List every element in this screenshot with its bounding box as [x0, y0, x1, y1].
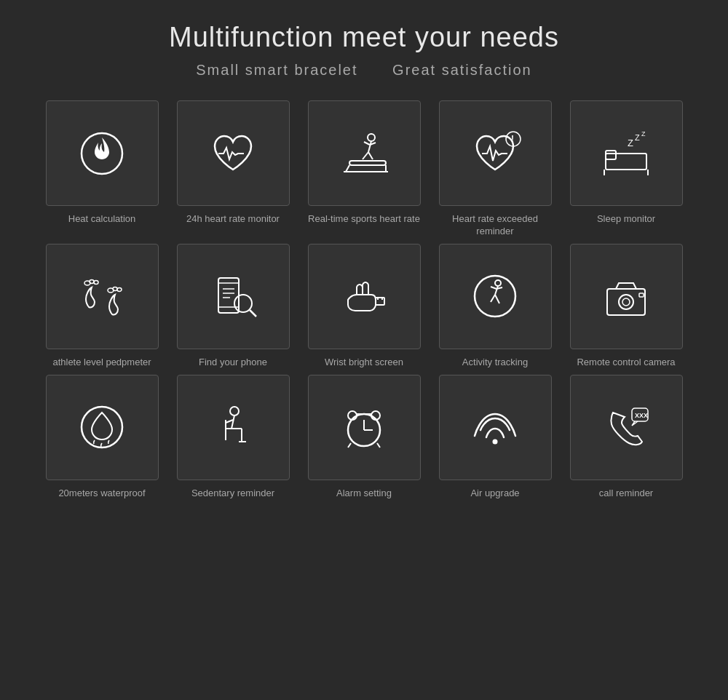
svg-point-1 — [368, 134, 375, 141]
svg-text:Z: Z — [641, 130, 646, 138]
wrist-screen-icon — [335, 267, 393, 325]
heart-rate-icon — [204, 124, 262, 183]
svg-rect-34 — [376, 298, 384, 305]
feature-label-alarm: Alarm setting — [336, 488, 392, 500]
heart-alert-icon: ! — [466, 124, 524, 183]
feature-heart-exceeded: ! Heart rate exceeded reminder — [433, 100, 557, 238]
feature-label-heart-rate: 24h heart rate monitor — [186, 213, 280, 226]
svg-point-49 — [230, 407, 239, 415]
header: Multifunction meet your needs Small smar… — [169, 22, 559, 79]
feature-wrist-screen: Wrist bright screen — [302, 244, 426, 369]
svg-line-3 — [364, 142, 370, 145]
feature-heart-rate-monitor: 24h heart rate monitor — [171, 100, 295, 238]
feature-label-heart-exceeded: Heart rate exceeded reminder — [433, 213, 557, 238]
feature-label-activity: Activity tracking — [462, 357, 528, 369]
feature-activity-tracking: Activity tracking — [433, 244, 557, 369]
feature-label-sedentary: Sedentary reminder — [191, 488, 274, 500]
sedentary-icon — [204, 398, 262, 456]
icon-box-flame — [46, 100, 159, 206]
icon-box-footprint — [46, 244, 159, 349]
svg-point-22 — [94, 281, 98, 285]
camera-icon — [597, 267, 655, 325]
svg-rect-13 — [606, 154, 646, 170]
svg-text:Z: Z — [635, 133, 640, 142]
feature-label-heat: Heat calculation — [68, 213, 136, 226]
feature-label-pedometer: athlete level pedpmeter — [52, 357, 151, 369]
feature-label-waterproof: 20meters waterproof — [58, 488, 145, 500]
svg-rect-14 — [606, 151, 616, 159]
icon-box-find-phone — [177, 244, 290, 349]
svg-point-45 — [619, 295, 633, 309]
alarm-icon — [335, 398, 393, 456]
subtitle: Small smart bracelet Great satisfaction — [169, 62, 559, 79]
svg-line-2 — [368, 141, 371, 152]
icon-box-treadmill — [308, 100, 421, 206]
sleep-icon: Z Z Z — [597, 124, 655, 183]
feature-pedometer: athlete level pedpmeter — [40, 244, 164, 369]
icon-box-heart-alert: ! — [439, 100, 552, 206]
main-title: Multifunction meet your needs — [169, 22, 559, 53]
treadmill-icon — [335, 124, 393, 183]
svg-rect-44 — [607, 289, 645, 315]
activity-icon — [466, 267, 524, 325]
subtitle-right: Great satisfaction — [392, 62, 532, 78]
svg-point-38 — [495, 280, 501, 286]
feature-waterproof: 20meters waterproof — [40, 375, 164, 500]
svg-line-30 — [250, 310, 256, 317]
svg-line-42 — [491, 295, 495, 302]
find-phone-icon — [204, 267, 262, 325]
feature-label-air-upgrade: Air upgrade — [470, 488, 519, 500]
feature-label-sleep: Sleep monitor — [597, 213, 655, 226]
icon-box-activity — [439, 244, 552, 349]
feature-air-upgrade: Air upgrade — [433, 375, 557, 500]
svg-rect-7 — [349, 161, 386, 165]
svg-point-25 — [117, 288, 122, 292]
icon-box-heart-rate — [177, 100, 290, 206]
icon-box-call: XXX — [570, 375, 683, 480]
feature-label-remote-camera: Remote control camera — [577, 357, 675, 369]
water-icon — [73, 398, 131, 456]
svg-line-5 — [363, 152, 368, 159]
flame-icon — [73, 124, 131, 183]
feature-sports-heart-rate: Real-time sports heart rate — [302, 100, 426, 238]
features-grid: Heat calculation 24h heart rate monitor — [15, 100, 713, 506]
icon-box-sedentary — [177, 375, 290, 480]
icon-box-camera — [570, 244, 683, 349]
svg-point-29 — [234, 295, 252, 312]
page-container: Multifunction meet your needs Small smar… — [0, 0, 728, 700]
feature-sleep-monitor: Z Z Z Sleep monitor — [564, 100, 688, 238]
feature-remote-camera: Remote control camera — [564, 244, 688, 369]
svg-text:!: ! — [511, 134, 514, 144]
svg-line-43 — [495, 295, 499, 303]
feature-label-find-phone: Find your phone — [199, 357, 267, 369]
feature-call-reminder: XXX call reminder — [564, 375, 688, 500]
svg-line-8 — [346, 165, 349, 172]
icon-box-alarm — [308, 375, 421, 480]
svg-line-39 — [495, 286, 498, 295]
feature-label-call-reminder: call reminder — [599, 488, 653, 500]
svg-text:XXX: XXX — [635, 412, 648, 419]
icon-box-sleep: Z Z Z — [570, 100, 683, 206]
svg-point-62 — [493, 440, 498, 445]
icon-box-wrist-screen — [308, 244, 421, 349]
row-2: athlete level pedpmeter — [15, 244, 713, 369]
subtitle-left: Small smart bracelet — [196, 62, 357, 78]
footprint-icon — [73, 267, 131, 325]
feature-alarm: Alarm setting — [302, 375, 426, 500]
icon-box-wifi — [439, 375, 552, 480]
svg-line-55 — [226, 420, 233, 423]
svg-rect-47 — [639, 293, 644, 297]
svg-point-46 — [622, 298, 630, 306]
feature-label-wrist-screen: Wrist bright screen — [325, 357, 403, 369]
row-3: 20meters waterproof — [15, 375, 713, 500]
feature-heat-calculation: Heat calculation — [40, 100, 164, 238]
wifi-icon — [466, 398, 524, 456]
svg-line-40 — [491, 287, 496, 289]
feature-find-phone: Find your phone — [171, 244, 295, 369]
svg-line-6 — [368, 152, 373, 159]
call-icon: XXX — [597, 398, 655, 456]
icon-box-water — [46, 375, 159, 480]
svg-text:Z: Z — [628, 138, 633, 148]
feature-label-sports-heart: Real-time sports heart rate — [308, 213, 420, 226]
row-1: Heat calculation 24h heart rate monitor — [15, 100, 713, 238]
